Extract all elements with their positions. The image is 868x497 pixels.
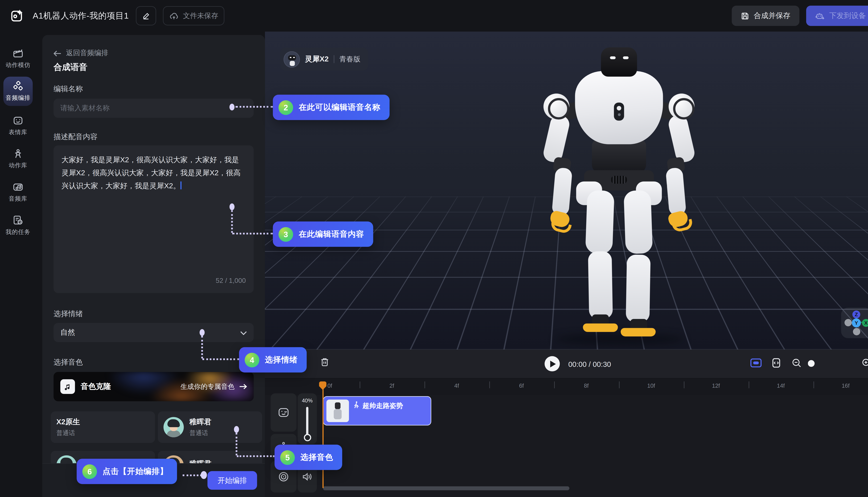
- step-number-badge: 2: [278, 100, 293, 115]
- file-status-button[interactable]: 文件未保存: [163, 6, 224, 25]
- audio-arrange-icon: [12, 81, 24, 92]
- volume-slider-panel[interactable]: 40%: [298, 393, 317, 444]
- sidebar-item-motion-mimic[interactable]: 动作模仿: [3, 44, 33, 73]
- ruler-tick-label: 8f: [584, 383, 589, 389]
- voice-lang: 普通话: [190, 429, 211, 437]
- sidebar-item-label: 表情库: [9, 128, 27, 136]
- robot-model-badge: 灵犀X2 青春版: [280, 48, 368, 70]
- connector-line: [236, 433, 237, 455]
- top-bar: A1机器人动作-我的项目1 文件未保存 合成并保存 下发到设备: [0, 0, 868, 32]
- voice-avatar-man: [164, 417, 184, 437]
- robot-3d-viewport[interactable]: 灵犀X2 青春版: [265, 32, 868, 350]
- clip-bounds-icon: [771, 358, 781, 368]
- music-note-icon: [60, 379, 75, 394]
- connector-dot: [201, 471, 207, 479]
- tooltip-text: 选择情绪: [265, 355, 297, 365]
- play-button[interactable]: [545, 356, 560, 371]
- rename-button[interactable]: [136, 6, 156, 25]
- save-icon: [741, 12, 749, 20]
- sidebar-item-my-tasks[interactable]: 我的任务: [3, 211, 33, 240]
- emotion-select[interactable]: 自然: [54, 323, 254, 342]
- timeline-section: 00:00 / 00:30 0f 2f 4f 6f 8f 10f 12f: [265, 349, 868, 497]
- zoom-in-icon: [862, 358, 868, 368]
- expression-track-header[interactable]: [271, 393, 296, 432]
- sidebar-item-label: 动作模仿: [5, 61, 30, 69]
- connector-dot: [234, 426, 239, 433]
- zoom-in-button[interactable]: [862, 358, 868, 368]
- axis-z-handle[interactable]: Z: [852, 310, 860, 318]
- tooltip-text: 选择音色: [300, 452, 333, 462]
- axis-orientation-gizmo[interactable]: Z Y X: [841, 308, 868, 338]
- axis-neg-x-handle[interactable]: [844, 319, 852, 326]
- pencil-icon: [142, 12, 150, 20]
- back-arrow-icon: [54, 50, 61, 57]
- badge-divider: [334, 55, 334, 63]
- volume-slider-track[interactable]: [306, 407, 308, 436]
- connector-line: [202, 358, 239, 360]
- timeline-ruler[interactable]: 0f 2f 4f 6f 8f 10f 12f 14f 16f: [265, 379, 868, 395]
- back-to-audio-arrange-link[interactable]: 返回音频编排: [54, 48, 108, 58]
- connector-line: [237, 455, 275, 457]
- audio-library-icon: [12, 182, 24, 193]
- tooltip-step-3: 3 在此编辑语音内容: [273, 222, 373, 247]
- emotion-label: 选择情绪: [54, 309, 83, 319]
- clone-title: 音色克隆: [81, 381, 111, 392]
- timeline-clip-walk-pose[interactable]: 超帅走路姿势: [323, 396, 431, 426]
- ruler-tick-label: 14f: [777, 383, 785, 389]
- sidebar-item-label: 我的任务: [5, 228, 30, 236]
- walking-person-icon: [353, 401, 360, 409]
- my-tasks-icon: [12, 215, 24, 226]
- name-label: 编辑名称: [54, 84, 83, 94]
- zoom-out-icon: [792, 358, 801, 368]
- sidebar-item-audio-library[interactable]: 音频库: [3, 178, 33, 207]
- tooltip-step-4: 4 选择情绪: [239, 347, 307, 372]
- clone-subtitle: 生成你的专属音色: [180, 382, 235, 391]
- cloud-icon: [169, 12, 179, 20]
- synthesize-save-button[interactable]: 合成并保存: [732, 5, 799, 26]
- voice-card-x2[interactable]: X2原生 普通话: [51, 411, 155, 443]
- voice-name: 稚晖君: [190, 417, 211, 427]
- volume-slider-handle[interactable]: [304, 434, 311, 441]
- material-name-input[interactable]: [54, 99, 254, 118]
- fit-timeline-button[interactable]: [750, 358, 762, 368]
- axis-y-handle[interactable]: Y: [852, 318, 861, 327]
- deploy-to-device-button[interactable]: 下发到设备: [806, 5, 868, 26]
- start-arrange-button[interactable]: 开始编排: [208, 471, 257, 490]
- ruler-tick-label: 0f: [327, 383, 332, 389]
- playhead-line: [323, 383, 324, 488]
- ruler-tick-label: 12f: [712, 383, 720, 389]
- speech-content-text: 大家好，我是灵犀X2，很高兴认识大家，大家好，我是灵犀X2，很高兴认识大家，大家…: [61, 156, 241, 190]
- tooltip-text: 在此编辑语音内容: [299, 229, 364, 239]
- sidebar-item-label: 动作库: [9, 162, 27, 170]
- ruler-tick-label: 10f: [647, 383, 655, 389]
- step-number-badge: 3: [278, 227, 293, 241]
- file-status-label: 文件未保存: [183, 11, 218, 20]
- clip-thumbnail: [326, 399, 349, 422]
- axis-neg-z-handle[interactable]: [853, 328, 860, 335]
- sidebar-item-expression-library[interactable]: 表情库: [3, 111, 33, 140]
- voice-card-zhihuijun[interactable]: 稚晖君 普通话: [158, 411, 262, 443]
- tooltip-step-6: 6 点击【开始编排】: [77, 459, 177, 484]
- zoom-out-button[interactable]: [792, 358, 801, 368]
- sidebar-item-label: 音频库: [9, 195, 27, 203]
- sidebar-item-audio-arrange[interactable]: 音频编排: [3, 77, 33, 106]
- step-number-badge: 4: [244, 353, 259, 367]
- step-number-badge: 6: [82, 464, 97, 479]
- clip-bounds-button[interactable]: [771, 358, 781, 368]
- text-caret: [180, 182, 181, 189]
- voice-lang: 普通话: [56, 429, 80, 437]
- timeline-control-bar: 00:00 / 00:30: [265, 349, 868, 379]
- delete-clip-button[interactable]: [320, 357, 329, 367]
- speech-content-textarea[interactable]: 大家好，我是灵犀X2，很高兴认识大家，大家好，我是灵犀X2，很高兴认识大家，大家…: [54, 145, 254, 293]
- humanoid-robot-model[interactable]: [534, 47, 704, 329]
- sidebar-item-motion-library[interactable]: 动作库: [3, 144, 33, 173]
- connector-dot: [229, 104, 235, 111]
- arrow-right-icon: [239, 384, 247, 389]
- tooltip-step-5: 5 选择音色: [275, 444, 342, 470]
- connector-line: [183, 474, 202, 476]
- sidebar-item-label: 音频编排: [5, 94, 30, 102]
- deploy-label: 下发到设备: [829, 11, 866, 21]
- timeline-horizontal-scrollbar[interactable]: [323, 486, 570, 491]
- robot-download-icon: [815, 12, 825, 20]
- voice-clone-banner[interactable]: 音色克隆 生成你的专属音色: [54, 372, 254, 401]
